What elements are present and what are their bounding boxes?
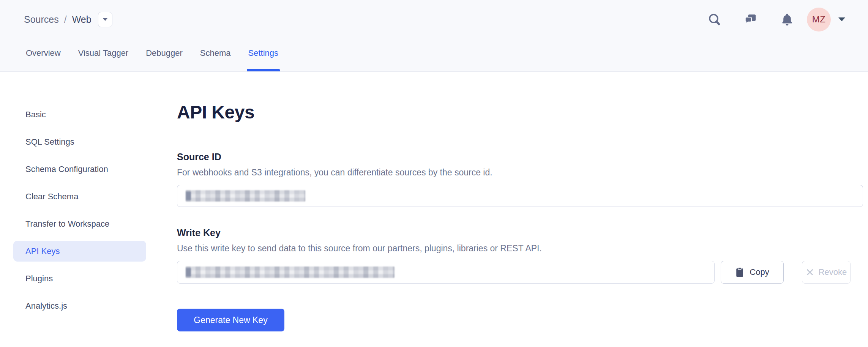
sidebar-item-clear-schema[interactable]: Clear Schema	[13, 186, 146, 207]
settings-sidebar: Basic SQL Settings Schema Configuration …	[0, 72, 159, 346]
tab-schema[interactable]: Schema	[200, 35, 231, 71]
sidebar-item-api-keys[interactable]: API Keys	[13, 241, 146, 262]
source-switcher-button[interactable]	[98, 12, 112, 27]
copy-button[interactable]: Copy	[721, 261, 784, 284]
page-header: Sources / Web	[0, 0, 868, 72]
search-button[interactable]	[707, 11, 722, 28]
search-icon	[707, 13, 721, 26]
notifications-button[interactable]	[780, 11, 795, 28]
messages-button[interactable]	[743, 11, 758, 28]
source-tabs: Overview Visual Tagger Debugger Schema S…	[0, 35, 868, 71]
clipboard-icon	[735, 267, 744, 278]
chevron-down-icon	[103, 18, 108, 21]
sidebar-item-schema-configuration[interactable]: Schema Configuration	[13, 159, 146, 180]
breadcrumb-current-source[interactable]: Web	[72, 14, 92, 25]
sidebar-item-plugins[interactable]: Plugins	[13, 268, 146, 289]
sidebar-item-basic[interactable]: Basic	[13, 104, 146, 125]
generate-new-key-button[interactable]: Generate New Key	[177, 309, 284, 331]
tab-debugger[interactable]: Debugger	[146, 35, 183, 71]
breadcrumb-separator: /	[64, 14, 67, 25]
x-icon	[806, 268, 814, 276]
account-menu-chevron-icon[interactable]	[838, 17, 846, 22]
api-keys-panel: API Keys Source ID For webhooks and S3 i…	[159, 72, 868, 346]
avatar[interactable]: MZ	[807, 8, 831, 32]
breadcrumb: Sources / Web	[24, 12, 112, 27]
copy-button-label: Copy	[750, 267, 769, 277]
write-key-row: Copy Revoke	[177, 261, 863, 284]
breadcrumb-sources[interactable]: Sources	[24, 14, 59, 25]
write-key-description: Use this write key to send data to this …	[177, 243, 863, 254]
sidebar-item-transfer-to-workspace[interactable]: Transfer to Workspace	[13, 213, 146, 234]
write-key-label: Write Key	[177, 227, 863, 239]
tab-visual-tagger[interactable]: Visual Tagger	[78, 35, 129, 71]
source-id-field[interactable]	[177, 185, 863, 207]
settings-content: Basic SQL Settings Schema Configuration …	[0, 72, 868, 346]
top-bar: Sources / Web	[0, 0, 868, 35]
tab-overview[interactable]: Overview	[26, 35, 61, 71]
revoke-button-label: Revoke	[819, 267, 847, 277]
source-id-description: For webhooks and S3 integrations, you ca…	[177, 167, 863, 178]
bell-icon	[780, 12, 794, 27]
source-id-label: Source ID	[177, 151, 863, 163]
chat-icon	[744, 13, 758, 26]
tab-settings[interactable]: Settings	[248, 35, 279, 71]
source-id-redacted-value	[186, 190, 305, 202]
page-title: API Keys	[177, 102, 863, 123]
sidebar-item-analytics-js[interactable]: Analytics.js	[13, 295, 146, 316]
write-key-field[interactable]	[177, 261, 715, 284]
revoke-button[interactable]: Revoke	[802, 261, 851, 284]
sidebar-item-sql-settings[interactable]: SQL Settings	[13, 131, 146, 152]
write-key-redacted-value	[186, 267, 395, 278]
